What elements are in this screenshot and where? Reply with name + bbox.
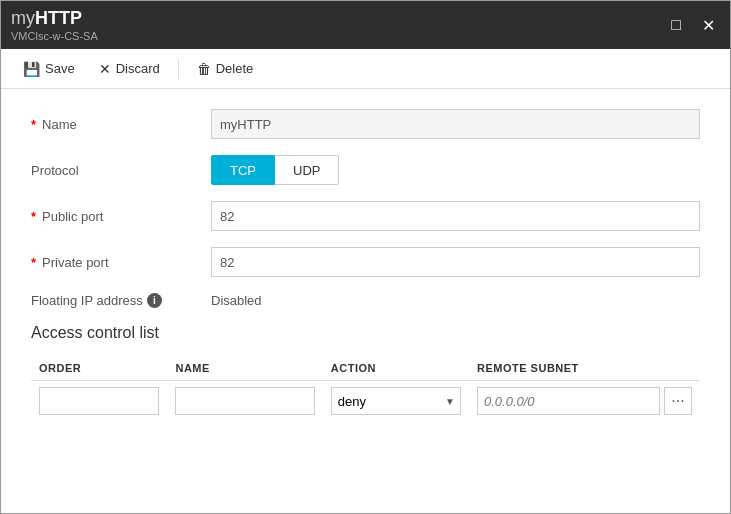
protocol-label-container: Protocol	[31, 163, 211, 178]
public-port-value-container	[211, 201, 700, 231]
protocol-label: Protocol	[31, 163, 79, 178]
tcp-button[interactable]: TCP	[211, 155, 275, 185]
col-name: NAME	[167, 356, 322, 381]
delete-button[interactable]: 🗑 Delete	[187, 56, 264, 82]
acl-section-title: Access control list	[31, 324, 700, 342]
discard-label: Discard	[116, 61, 160, 76]
protocol-row: Protocol TCP UDP	[31, 155, 700, 185]
close-button[interactable]: ✕	[696, 13, 720, 37]
private-port-label-container: * Private port	[31, 255, 211, 270]
floating-ip-label: Floating IP address	[31, 293, 143, 308]
floating-ip-label-container: Floating IP address i	[31, 293, 211, 308]
toolbar-separator	[178, 59, 179, 79]
acl-header-row: ORDER NAME ACTION REMOTE SUBNET	[31, 356, 700, 381]
col-order: ORDER	[31, 356, 167, 381]
public-port-input[interactable]	[211, 201, 700, 231]
public-port-label-container: * Public port	[31, 209, 211, 224]
subnet-wrapper: ···	[477, 387, 692, 415]
col-action: ACTION	[323, 356, 469, 381]
save-label: Save	[45, 61, 75, 76]
udp-button[interactable]: UDP	[275, 155, 339, 185]
delete-icon: 🗑	[197, 61, 211, 77]
content-area: * Name Protocol TCP UDP * Public	[1, 89, 730, 513]
action-select[interactable]: deny allow	[331, 387, 461, 415]
subnet-input[interactable]	[477, 387, 660, 415]
name-label: Name	[42, 117, 77, 132]
name-value-container	[211, 109, 700, 139]
title-bar-left: myHTTP VMClsc-w-CS-SA	[11, 8, 98, 42]
subnet-dots-button[interactable]: ···	[664, 387, 692, 415]
main-window: myHTTP VMClsc-w-CS-SA □ ✕ 💾 Save ✕ Disca…	[0, 0, 731, 514]
public-port-row: * Public port	[31, 201, 700, 231]
private-port-required-marker: *	[31, 255, 36, 270]
floating-ip-value-container: Disabled	[211, 293, 700, 308]
name-input[interactable]	[211, 109, 700, 139]
toolbar: 💾 Save ✕ Discard 🗑 Delete	[1, 49, 730, 89]
acl-name-input[interactable]	[175, 387, 314, 415]
private-port-input[interactable]	[211, 247, 700, 277]
name-required-marker: *	[31, 117, 36, 132]
minimize-button[interactable]: □	[664, 13, 688, 37]
name-label-container: * Name	[31, 117, 211, 132]
public-port-required-marker: *	[31, 209, 36, 224]
acl-table-body: deny allow ▼ ···	[31, 381, 700, 422]
title-http: HTTP	[35, 8, 82, 28]
save-button[interactable]: 💾 Save	[13, 56, 85, 82]
table-row: deny allow ▼ ···	[31, 381, 700, 422]
floating-ip-info-icon[interactable]: i	[147, 293, 162, 308]
acl-table: ORDER NAME ACTION REMOTE SUBNET	[31, 356, 700, 421]
name-cell	[167, 381, 322, 422]
acl-table-header: ORDER NAME ACTION REMOTE SUBNET	[31, 356, 700, 381]
acl-section: Access control list ORDER NAME ACTION RE…	[31, 324, 700, 421]
floating-ip-row: Floating IP address i Disabled	[31, 293, 700, 308]
private-port-label: Private port	[42, 255, 108, 270]
action-cell: deny allow ▼	[323, 381, 469, 422]
action-select-wrapper: deny allow ▼	[331, 387, 461, 415]
floating-ip-value: Disabled	[211, 293, 262, 308]
name-row: * Name	[31, 109, 700, 139]
save-icon: 💾	[23, 61, 40, 77]
window-controls: □ ✕	[664, 13, 720, 37]
discard-icon: ✕	[99, 61, 111, 77]
discard-button[interactable]: ✕ Discard	[89, 56, 170, 82]
delete-label: Delete	[216, 61, 254, 76]
col-remote-subnet: REMOTE SUBNET	[469, 356, 700, 381]
order-cell	[31, 381, 167, 422]
window-subtitle: VMClsc-w-CS-SA	[11, 30, 98, 42]
private-port-row: * Private port	[31, 247, 700, 277]
protocol-value-container: TCP UDP	[211, 155, 700, 185]
order-input[interactable]	[39, 387, 159, 415]
subnet-cell: ···	[469, 381, 700, 422]
title-bar: myHTTP VMClsc-w-CS-SA □ ✕	[1, 1, 730, 49]
public-port-label: Public port	[42, 209, 103, 224]
title-my: my	[11, 8, 35, 28]
protocol-toggle: TCP UDP	[211, 155, 700, 185]
private-port-value-container	[211, 247, 700, 277]
window-title: myHTTP	[11, 8, 98, 30]
